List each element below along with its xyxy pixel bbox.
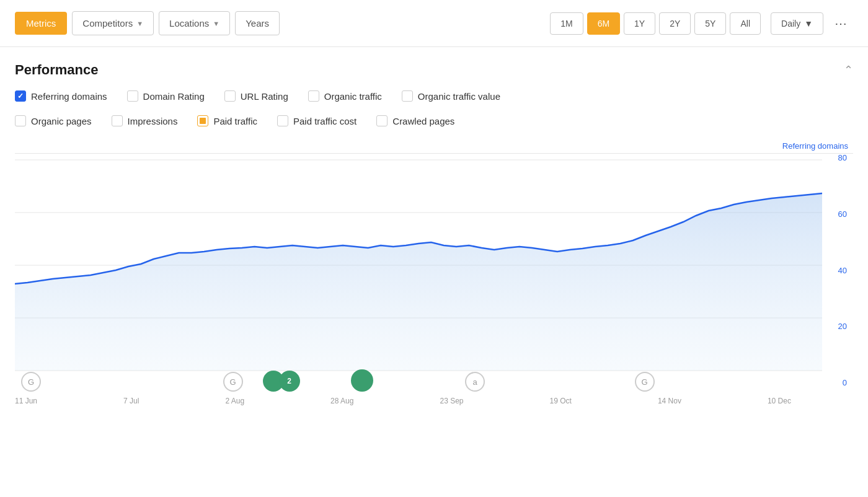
metrics-row-2: Organic pages Impressions Paid traffic P…	[15, 115, 853, 135]
x-label-aug2: 2 Aug	[225, 397, 244, 405]
toolbar-left: Metrics Competitors ▼ Locations ▼ Years	[15, 11, 544, 35]
metric-impressions[interactable]: Impressions	[112, 115, 178, 126]
marker-g-aug2[interactable]: G	[223, 372, 243, 392]
locations-label: Locations	[169, 18, 209, 29]
locations-arrow-icon: ▼	[213, 20, 219, 27]
chart-svg-area: G G 2	[15, 154, 822, 405]
more-options-button[interactable]: ⋯	[830, 14, 853, 33]
y-label-80: 80	[838, 154, 847, 162]
granularity-label: Daily	[781, 19, 800, 29]
checkbox-organic-traffic[interactable]	[308, 90, 319, 102]
checkbox-paid-traffic[interactable]	[197, 115, 208, 126]
locations-button[interactable]: Locations ▼	[159, 11, 230, 35]
metric-domain-rating[interactable]: Domain Rating	[127, 90, 205, 102]
period-1y-button[interactable]: 1Y	[624, 12, 655, 35]
metric-paid-traffic-cost[interactable]: Paid traffic cost	[277, 115, 356, 126]
toolbar-right: 1M 6M 1Y 2Y 5Y All Daily ▼ ⋯	[550, 12, 853, 35]
period-1m-button[interactable]: 1M	[550, 12, 583, 35]
competitors-arrow-icon: ▼	[136, 20, 143, 27]
checkbox-organic-traffic-value[interactable]	[402, 90, 413, 102]
metric-crawled-pages-label: Crawled pages	[392, 116, 454, 126]
metric-organic-traffic-value-label: Organic traffic value	[418, 91, 500, 102]
metric-impressions-label: Impressions	[128, 116, 178, 126]
x-label-dec: 10 Dec	[768, 397, 791, 405]
x-label-oct: 19 Oct	[550, 397, 572, 405]
x-label-jul: 7 Jul	[123, 397, 139, 405]
checkbox-crawled-pages[interactable]	[376, 115, 388, 126]
metric-domain-rating-label: Domain Rating	[143, 91, 205, 102]
performance-title: Performance	[15, 62, 99, 78]
marker-a-sep[interactable]: a	[465, 372, 485, 392]
x-label-jun: 11 Jun	[15, 397, 37, 405]
checkbox-url-rating[interactable]	[224, 90, 236, 102]
marker-g-nov[interactable]: G	[635, 372, 655, 392]
marker-green-double[interactable]: 2	[263, 371, 300, 392]
metric-organic-pages-label: Organic pages	[31, 116, 92, 126]
chart-legend-label: Referring domains	[15, 141, 853, 151]
period-2y-button[interactable]: 2Y	[659, 12, 691, 35]
metric-paid-traffic-cost-label: Paid traffic cost	[293, 116, 356, 126]
x-label-sep: 23 Sep	[440, 397, 463, 405]
metric-paid-traffic[interactable]: Paid traffic	[197, 115, 257, 126]
y-axis: 80 60 40 20 0	[822, 154, 853, 405]
y-label-40: 40	[838, 266, 847, 275]
chart-svg	[15, 154, 822, 389]
years-button[interactable]: Years	[235, 11, 280, 35]
chart-container: Referring domains	[15, 141, 853, 418]
x-label-nov: 14 Nov	[658, 397, 681, 405]
x-axis: 11 Jun 7 Jul 2 Aug 28 Aug 23 Sep 19 Oct …	[15, 392, 822, 405]
metrics-row-1: Referring domains Domain Rating URL Rati…	[15, 90, 853, 110]
metric-organic-traffic[interactable]: Organic traffic	[308, 90, 382, 102]
metric-organic-traffic-value[interactable]: Organic traffic value	[402, 90, 500, 102]
period-all-button[interactable]: All	[730, 12, 761, 35]
y-label-20: 20	[838, 322, 847, 330]
granularity-button[interactable]: Daily ▼	[771, 12, 823, 35]
marker-green-single[interactable]	[351, 369, 373, 392]
competitors-label: Competitors	[82, 18, 133, 29]
metric-url-rating-label: URL Rating	[241, 91, 288, 102]
metric-referring-domains-label: Referring domains	[31, 91, 107, 102]
metric-organic-pages[interactable]: Organic pages	[15, 115, 92, 126]
checkbox-impressions[interactable]	[112, 115, 123, 126]
y-label-60: 60	[838, 210, 847, 218]
period-6m-button[interactable]: 6M	[587, 12, 620, 35]
checkbox-organic-pages[interactable]	[15, 115, 26, 126]
chart-area-fill	[15, 193, 822, 371]
performance-header: Performance ⌃	[15, 62, 853, 78]
checkbox-referring-domains[interactable]	[15, 90, 26, 102]
toolbar: Metrics Competitors ▼ Locations ▼ Years …	[0, 0, 868, 47]
metric-crawled-pages[interactable]: Crawled pages	[376, 115, 454, 126]
checkbox-paid-traffic-cost[interactable]	[277, 115, 288, 126]
checkbox-domain-rating[interactable]	[127, 90, 138, 102]
metric-url-rating[interactable]: URL Rating	[224, 90, 288, 102]
chart-wrapper: G G 2	[15, 154, 853, 405]
competitors-button[interactable]: Competitors ▼	[72, 11, 154, 35]
metric-referring-domains[interactable]: Referring domains	[15, 90, 107, 102]
performance-section: Performance ⌃ Referring domains Domain R…	[0, 47, 868, 418]
x-label-aug28: 28 Aug	[330, 397, 353, 405]
marker-g-jun[interactable]: G	[21, 372, 41, 392]
metric-paid-traffic-label: Paid traffic	[213, 116, 257, 126]
metric-organic-traffic-label: Organic traffic	[324, 91, 382, 102]
period-5y-button[interactable]: 5Y	[694, 12, 726, 35]
metrics-button[interactable]: Metrics	[15, 12, 67, 35]
granularity-arrow-icon: ▼	[804, 19, 813, 29]
collapse-button[interactable]: ⌃	[844, 63, 853, 77]
y-label-0: 0	[843, 379, 847, 387]
